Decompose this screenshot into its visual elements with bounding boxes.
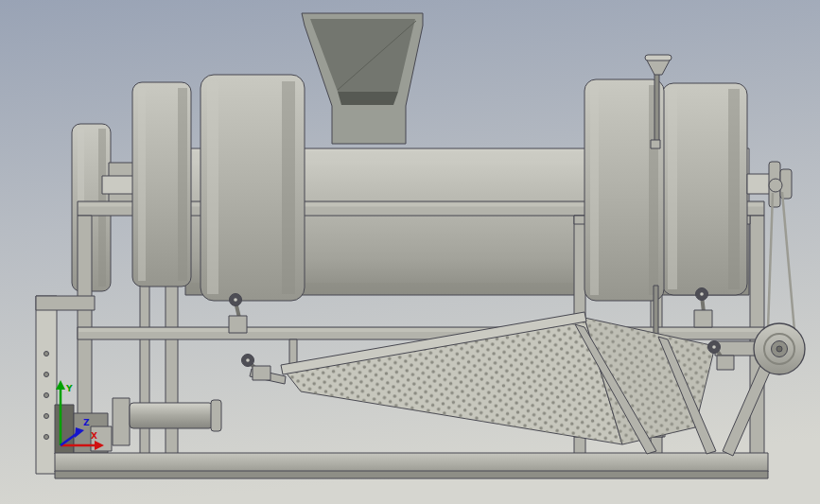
drum-ring-left-2-shade	[282, 81, 295, 294]
left-mount-bracket[interactable]	[36, 296, 95, 310]
drum-ring-left-1-highlight	[138, 88, 146, 281]
drum-ring-left-1-shade	[178, 88, 187, 281]
z-axis-label: Z	[83, 418, 90, 427]
cad-viewport[interactable]: Y X Z	[0, 0, 820, 504]
feed-hopper-throat	[338, 92, 398, 105]
left-mount-plate[interactable]	[36, 296, 57, 474]
frame-mid-rail-highlight	[79, 328, 763, 332]
oiler-fitting	[651, 140, 660, 148]
drum-ring-right-2-highlight	[668, 89, 677, 289]
base-channel[interactable]	[55, 453, 768, 472]
drum-ring-right-1-highlight	[590, 85, 599, 295]
clamp-2-bracket[interactable]	[253, 366, 270, 380]
y-axis-label: Y	[65, 384, 73, 393]
mount-hole-2	[44, 373, 49, 377]
drive-cylinder-cap[interactable]	[211, 400, 221, 431]
mount-hole-4	[44, 414, 49, 419]
drum-ring-left-2-highlight	[207, 81, 218, 294]
mount-hole-3	[44, 393, 49, 398]
clamp-3-bracket[interactable]	[694, 310, 712, 327]
clamp-2-knob-center	[246, 358, 250, 362]
drive-cylinder[interactable]	[130, 403, 213, 428]
mount-hole-1	[44, 352, 49, 356]
x-axis-label: X	[91, 431, 97, 441]
base-strip[interactable]	[55, 471, 768, 478]
clamp-1-knob-center	[234, 298, 237, 302]
mount-hole-5	[44, 435, 49, 440]
oiler-rod-upper[interactable]	[654, 74, 659, 146]
clamp-3-knob-center	[700, 292, 704, 296]
drum-ring-right-2-shade	[728, 89, 740, 289]
left-shaft[interactable]	[102, 176, 136, 194]
clamp-1-bracket[interactable]	[229, 316, 247, 333]
clamp-4-knob-center	[712, 345, 716, 349]
belt-pulley-axle	[776, 346, 782, 352]
clamp-4-bracket[interactable]	[717, 356, 734, 370]
drive-cylinder-mount[interactable]	[113, 398, 130, 445]
drive-pulley-small[interactable]	[769, 179, 782, 192]
oiler-funnel-rim	[645, 55, 672, 61]
